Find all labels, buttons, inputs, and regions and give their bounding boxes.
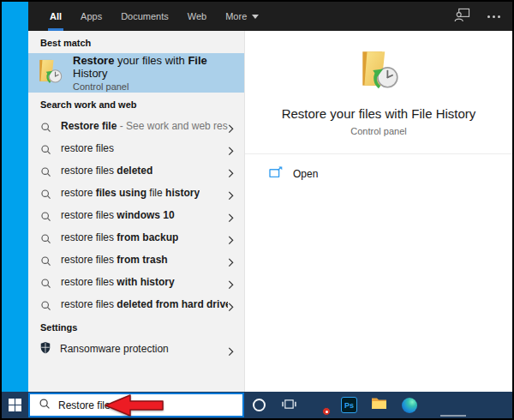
preview-title: Restore your files with File History (245, 106, 512, 121)
file-explorer-icon (371, 397, 387, 413)
windows-search-panel: AllAppsDocumentsWebMore Best match (28, 2, 512, 392)
results-panel: Best match (28, 31, 244, 392)
cortana-button[interactable] (244, 392, 274, 418)
search-suggestion[interactable]: restore files deleted from hard drive (28, 293, 244, 315)
file-history-icon (356, 79, 402, 93)
edge-button[interactable] (394, 392, 424, 418)
search-icon (40, 299, 51, 310)
tab-web[interactable]: Web (178, 2, 216, 31)
search-input[interactable] (58, 399, 187, 411)
tab-label: All (50, 11, 62, 21)
search-icon (40, 143, 51, 154)
chevron-right-icon (228, 300, 234, 309)
search-icon (40, 188, 51, 199)
search-icon (40, 121, 51, 132)
chevron-right-icon (228, 233, 234, 243)
suggestion-text: restore files windows 10 (61, 209, 175, 221)
preview-panel: Restore your files with File History Con… (244, 31, 512, 392)
start-button[interactable] (2, 392, 28, 418)
suggestion-text: restore files deleted from hard drive (61, 298, 228, 310)
settings-item-ransomware-protection[interactable]: Ransomware protection (28, 338, 244, 360)
chevron-right-icon (228, 255, 234, 265)
search-icon (40, 255, 51, 266)
photoshop-button[interactable]: Ps (334, 392, 364, 418)
header-actions (454, 8, 502, 26)
chevron-down-icon (252, 15, 259, 19)
chevron-right-icon (228, 278, 234, 287)
search-icon (40, 210, 51, 221)
search-suggestion[interactable]: restore files using file history (28, 182, 244, 204)
screen: AllAppsDocumentsWebMore Best match (2, 2, 512, 418)
open-action-label: Open (293, 168, 318, 180)
tab-apps[interactable]: Apps (71, 2, 111, 31)
best-match-result[interactable]: Restore your files with File History Con… (28, 53, 244, 93)
open-action[interactable]: Open (245, 154, 512, 182)
settings-item-label: Ransomware protection (60, 343, 169, 355)
desktop-background (2, 2, 28, 392)
search-suggestion-primary[interactable]: Restore file - See work and web results (28, 115, 244, 137)
best-match-header: Best match (28, 31, 244, 53)
task-view-icon (282, 398, 296, 413)
search-suggestion[interactable]: restore files from trash (28, 249, 244, 271)
chevron-right-icon (228, 211, 234, 220)
more-options-icon[interactable] (486, 12, 502, 21)
chrome-button[interactable] (304, 392, 334, 418)
search-suggestion[interactable]: restore files deleted (28, 159, 244, 182)
suggestion-text: restore files using file history (61, 187, 200, 199)
chevron-right-icon (228, 189, 234, 198)
settings-header: Settings (28, 315, 244, 338)
search-icon (40, 232, 51, 243)
suggestion-text: restore files with history (61, 276, 175, 288)
feedback-user-icon[interactable] (454, 8, 470, 26)
file-history-icon (35, 57, 64, 88)
best-match-title: Restore your files with File History (73, 54, 236, 80)
suggestion-list: restore files restore files deleted rest… (28, 137, 244, 315)
chevron-right-icon (228, 122, 234, 131)
task-view-button[interactable] (274, 392, 304, 418)
edge-icon (402, 398, 417, 413)
search-suggestion[interactable]: restore files (28, 137, 244, 159)
tab-all[interactable]: All (40, 2, 71, 31)
suggestion-text: Restore file - See work and web results (61, 120, 228, 132)
tab-documents[interactable]: Documents (111, 2, 178, 31)
tab-label: Apps (81, 11, 102, 21)
suggestion-text: restore files deleted (61, 165, 152, 177)
search-header: AllAppsDocumentsWebMore (28, 2, 512, 31)
search-icon (40, 165, 51, 177)
search-tabs: AllAppsDocumentsWebMore (40, 2, 268, 31)
search-suggestion[interactable]: restore files with history (28, 271, 244, 293)
suggestion-text: restore files from trash (61, 254, 168, 266)
tab-label: More (225, 11, 247, 21)
taskbar-search-box[interactable] (28, 393, 244, 417)
search-icon (39, 398, 51, 413)
search-icon (40, 277, 51, 288)
file-explorer-button[interactable] (364, 392, 394, 418)
best-match-text: Restore your files with File History Con… (73, 54, 236, 92)
tab-label: Web (188, 11, 206, 21)
tab-more[interactable]: More (216, 2, 268, 31)
search-suggestion[interactable]: restore files from backup (28, 226, 244, 249)
search-web-header: Search work and web (28, 93, 244, 115)
suggestion-text: restore files from backup (61, 231, 178, 243)
chrome-icon (312, 398, 327, 413)
best-match-subtitle: Control panel (73, 81, 236, 92)
search-suggestion[interactable]: restore files windows 10 (28, 204, 244, 226)
preview-header: Restore your files with File History Con… (245, 31, 512, 136)
chevron-right-icon (228, 166, 234, 176)
security-shield-icon (39, 341, 51, 357)
windows-logo-icon (9, 399, 22, 412)
suggestion-text: restore files (61, 142, 114, 154)
cortana-icon (253, 399, 266, 411)
photoshop-icon: Ps (341, 397, 357, 413)
chrome-notification-badge (322, 407, 331, 416)
taskbar: Ps (2, 392, 512, 418)
running-app-indicator (440, 415, 466, 417)
preview-subtitle: Control panel (245, 126, 512, 136)
open-window-icon (269, 166, 283, 182)
tab-label: Documents (121, 11, 169, 21)
chevron-right-icon (228, 144, 234, 153)
chevron-right-icon (228, 345, 234, 354)
